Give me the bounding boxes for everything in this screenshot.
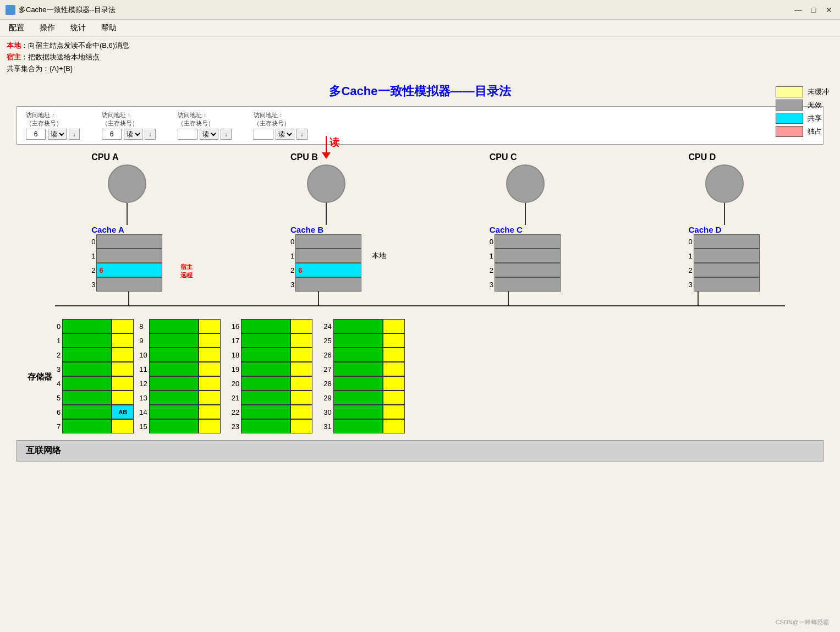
legend-label-exclusive: 独占 bbox=[808, 127, 822, 136]
access-input-a[interactable] bbox=[26, 129, 46, 140]
mem-b-6 bbox=[149, 405, 199, 419]
access-input-c[interactable] bbox=[178, 129, 197, 140]
mem-b-5 bbox=[149, 391, 199, 405]
access-confirm-c[interactable]: ↓ bbox=[221, 129, 232, 140]
dir-a-2 bbox=[112, 348, 134, 362]
dir-a-0 bbox=[112, 319, 134, 333]
network-label: 互联网络 bbox=[26, 446, 61, 455]
arrow-shaft bbox=[326, 136, 327, 152]
mem-c-3 bbox=[241, 362, 290, 376]
dir-d-6 bbox=[383, 405, 405, 419]
mem-a-1 bbox=[62, 333, 112, 348]
legend-label-invalid: 无效 bbox=[808, 100, 822, 110]
cache-b-row-2: 6 bbox=[295, 263, 361, 277]
info-line3: 共享集合为：{A}+{B} bbox=[7, 63, 129, 75]
access-confirm-b[interactable]: ↓ bbox=[145, 129, 156, 140]
close-button[interactable]: ✕ bbox=[823, 4, 834, 15]
dir-d-4 bbox=[383, 376, 405, 391]
legend-shared: 共享 bbox=[776, 113, 829, 124]
menu-stats[interactable]: 统计 bbox=[67, 22, 89, 34]
maximize-button[interactable]: □ bbox=[808, 4, 819, 15]
dir-d-3 bbox=[383, 362, 405, 376]
cpu-unit-c: CPU C Cache C 0 1 2 3 bbox=[479, 152, 561, 292]
mem-c-0 bbox=[241, 319, 290, 333]
cpu-unit-b: CPU B 读 Cache B 0 1 2 3 bbox=[279, 152, 361, 292]
memory-section-d: 2425 2627 2829 3031 bbox=[323, 319, 404, 433]
cache-b-row-2-value: 6 bbox=[298, 266, 302, 274]
mem-a-2 bbox=[62, 348, 112, 362]
dir-d-5 bbox=[383, 391, 405, 405]
dir-d-7 bbox=[383, 419, 405, 433]
cache-a-row-2: 6 宿主远程 bbox=[96, 263, 162, 277]
access-mode-b[interactable]: 读写 bbox=[124, 129, 142, 140]
mem-c-7 bbox=[241, 419, 290, 433]
dir-b-2 bbox=[199, 348, 221, 362]
cache-d-label: Cache D bbox=[689, 225, 722, 234]
mem-c-5 bbox=[241, 391, 290, 405]
dir-b-1 bbox=[199, 333, 221, 348]
dir-b-4 bbox=[199, 376, 221, 391]
legend: 未缓冲 无效 共享 独占 bbox=[776, 86, 829, 137]
cpu-d-line bbox=[724, 203, 725, 225]
access-mode-a[interactable]: 读写 bbox=[48, 129, 67, 140]
access-confirm-d[interactable]: ↓ bbox=[297, 129, 308, 140]
mem-b-2 bbox=[149, 348, 199, 362]
cache-a-tag: 宿主远程 bbox=[180, 263, 193, 279]
cpu-d-label: CPU D bbox=[689, 152, 716, 162]
dir-c-6 bbox=[290, 405, 312, 419]
legend-label-shared: 共享 bbox=[808, 113, 822, 123]
mem-c-4 bbox=[241, 376, 290, 391]
access-confirm-a[interactable]: ↓ bbox=[69, 129, 80, 140]
cache-a-row-0 bbox=[96, 234, 162, 249]
cpu-c-circle bbox=[506, 164, 545, 203]
menu-help[interactable]: 帮助 bbox=[98, 22, 120, 34]
cpu-c-line bbox=[525, 203, 526, 225]
dir-a-3 bbox=[112, 362, 134, 376]
cpu-c-label: CPU C bbox=[490, 152, 517, 162]
arrow-label: 读 bbox=[330, 136, 339, 149]
mem-d-5 bbox=[333, 391, 383, 405]
mem-d-3 bbox=[333, 362, 383, 376]
cache-c-row-3 bbox=[495, 277, 561, 292]
main-title: 多Cache一致性模拟器——目录法 bbox=[0, 78, 840, 103]
cache-b-row-1 bbox=[295, 249, 361, 263]
mem-c-6 bbox=[241, 405, 290, 419]
dir-b-3 bbox=[199, 362, 221, 376]
legend-invalid: 无效 bbox=[776, 100, 829, 111]
info-line1: 本地：向宿主结点发读不命中(B,6)消息 bbox=[7, 40, 129, 52]
memory-section-c: 1617 1819 2021 2223 bbox=[232, 319, 312, 433]
menu-config[interactable]: 配置 bbox=[6, 22, 28, 34]
cpu-unit-a: CPU A Cache A 0 1 2 3 6 bbox=[80, 152, 162, 292]
access-group-b: 访问地址：（主存块号） 读写 ↓ bbox=[102, 111, 156, 140]
access-group-c: 访问地址：（主存块号） 读写 ↓ bbox=[178, 111, 232, 140]
watermark: CSDN@一蟑螂恐霸 bbox=[776, 618, 829, 626]
dir-c-0 bbox=[290, 319, 312, 333]
memory-section-b: 89 1011 1213 1415 bbox=[139, 319, 220, 433]
cache-d-row-0 bbox=[694, 234, 760, 249]
dir-b-5 bbox=[199, 391, 221, 405]
arrow-head bbox=[322, 152, 331, 159]
access-input-d[interactable] bbox=[254, 129, 273, 140]
local-label: 本地 bbox=[372, 251, 386, 261]
minimize-button[interactable]: — bbox=[793, 4, 804, 15]
dir-c-5 bbox=[290, 391, 312, 405]
drop-d bbox=[698, 292, 699, 305]
access-mode-d[interactable]: 读写 bbox=[276, 129, 294, 140]
menu-operation[interactable]: 操作 bbox=[36, 22, 58, 34]
dir-c-1 bbox=[290, 333, 312, 348]
mem-b-1 bbox=[149, 333, 199, 348]
mem-a-4 bbox=[62, 376, 112, 391]
legend-color-invalid bbox=[776, 100, 803, 111]
mem-b-0 bbox=[149, 319, 199, 333]
access-mode-c[interactable]: 读写 bbox=[200, 129, 218, 140]
cache-d-row-1 bbox=[694, 249, 760, 263]
legend-color-shared bbox=[776, 113, 803, 124]
legend-label-uncached: 未缓冲 bbox=[808, 87, 829, 97]
cpu-unit-d: CPU D Cache D 0 1 2 3 bbox=[678, 152, 760, 292]
access-label-c: 访问地址：（主存块号） bbox=[178, 111, 232, 128]
memory-section-a: 01 23 45 67 bbox=[57, 319, 134, 433]
dir-d-2 bbox=[383, 348, 405, 362]
cache-a-row-1 bbox=[96, 249, 162, 263]
access-input-b[interactable] bbox=[102, 129, 122, 140]
cache-c-row-1 bbox=[495, 249, 561, 263]
